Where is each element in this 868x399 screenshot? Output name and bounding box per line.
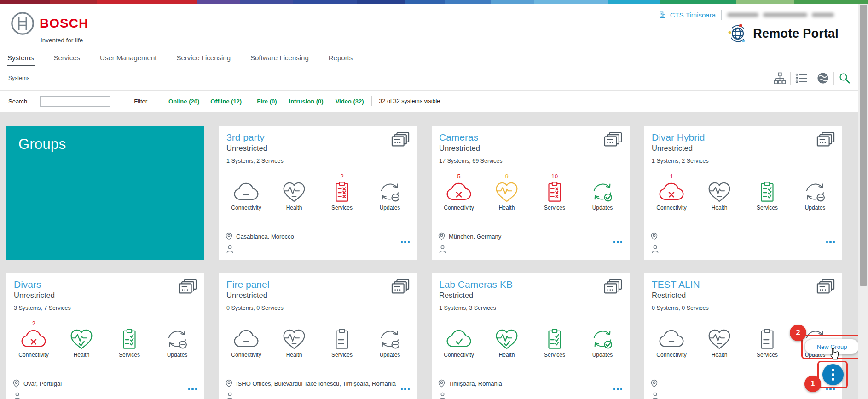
card-metrics-row: 1 Connectivity Health Services U [644,169,842,227]
group-counts: 3 Systems, 7 Services [14,305,198,311]
metric-label: Connectivity [228,352,264,358]
group-card[interactable]: Divars Unrestricted 3 Systems, 7 Service… [6,273,204,399]
metric-badge [749,173,785,180]
metric-connectivity: Connectivity [654,320,689,374]
metric-label: Health [489,205,525,211]
hierarchy-icon [774,72,786,85]
hierarchy-view-button[interactable] [769,72,790,85]
group-title-link[interactable]: Lab Cameras KB [439,279,623,290]
filter-fire[interactable]: Fire (0) [257,98,277,105]
location-pin-icon [226,232,232,240]
group-title-link[interactable]: Fire panel [226,279,411,290]
breadcrumb: Systems [8,75,29,81]
filter-separator [371,96,372,106]
more-options-button[interactable] [826,241,835,243]
more-options-button[interactable] [401,388,410,390]
metric-services: Services [324,320,360,374]
more-options-button[interactable] [613,241,623,243]
annotation-step-1-badge: 1 [804,376,821,392]
remote-portal-globe-icon [727,23,748,44]
card-metrics-row: 2 Connectivity Health Services U [6,316,204,374]
metric-updates: Updates [797,173,833,227]
metric-badge [489,320,525,327]
group-title-link[interactable]: 3rd party [226,132,411,143]
list-view-button[interactable] [791,73,812,84]
more-options-button[interactable] [188,388,197,390]
fab-more-actions-button[interactable] [822,364,844,385]
tab-service-licensing[interactable]: Service Licensing [176,50,231,66]
metric-label: Updates [584,205,620,211]
group-title-link[interactable]: Divar Hybrid [652,132,836,143]
group-counts: 17 Systems, 69 Services [439,158,623,164]
group-card[interactable]: 3rd party Unrestricted 1 Systems, 2 Serv… [219,126,417,260]
metric-label: Updates [159,352,195,358]
tab-systems[interactable]: Systems [7,50,34,66]
metric-services: 2 Services [324,173,360,227]
group-location: Timișoara, Romania [449,380,502,387]
search-button[interactable] [834,72,855,84]
card-footer: München, Germany [432,227,630,260]
group-counts: 0 Systems, 0 Services [652,305,836,311]
group-card[interactable]: Cameras Unrestricted 17 Systems, 69 Serv… [432,126,630,260]
metric-label: Health [276,352,312,358]
scrollbar-track[interactable] [858,4,868,399]
group-access-level: Unrestricted [226,144,411,153]
metric-label: Services [111,352,147,358]
tab-software-licensing[interactable]: Software Licensing [250,50,309,66]
scrollbar-thumb[interactable] [860,5,867,286]
filter-video[interactable]: Video (32) [336,98,364,105]
group-counts: 0 Systems, 0 Services [226,305,411,311]
metric-label: Updates [797,205,833,211]
systems-content: Groups 3rd party Unrestricted 1 Systems,… [0,112,868,399]
metric-services: Services [111,320,147,374]
metric-health: 9 Health [489,173,525,227]
metric-services: Services [749,320,785,374]
metric-connectivity: Connectivity [228,173,264,227]
metric-health: Health [64,320,99,374]
list-view-icon [795,73,808,84]
more-options-button[interactable] [401,241,410,243]
location-pin-icon [438,232,445,240]
bosch-logo: BOSCH Invented for life [10,11,88,44]
tab-services[interactable]: Services [54,50,81,66]
metric-label: Services [537,352,573,358]
metric-connectivity: 5 Connectivity [441,173,477,227]
cards-grid: Groups 3rd party Unrestricted 1 Systems,… [6,126,868,399]
group-stack-icon [816,131,836,149]
group-card[interactable]: Fire panel Unrestricted 0 Systems, 0 Ser… [219,273,417,399]
search-input[interactable] [40,96,110,107]
metric-label: Health [489,352,525,358]
location-pin-icon [651,232,658,240]
metric-connectivity: 2 Connectivity [16,320,52,374]
metric-label: Services [749,352,785,358]
metric-badge [584,173,620,180]
card-header: Divar Hybrid Unrestricted 1 Systems, 2 S… [644,126,842,169]
metric-badge [797,173,833,180]
group-card[interactable]: Lab Cameras KB Restricted 1 Systems, 3 S… [432,273,630,399]
group-access-level: Unrestricted [14,291,198,300]
group-stack-icon [603,279,623,296]
filter-offline[interactable]: Offline (12) [210,98,242,105]
account-name-link[interactable]: CTS Timisoara [670,11,716,19]
group-title-link[interactable]: TEST ALIN [652,279,836,290]
group-title-link[interactable]: Cameras [439,132,623,143]
groups-header-tile: Groups [6,126,204,260]
metric-label: Updates [584,352,620,358]
metric-updates: Updates [159,320,195,374]
metric-badge: 2 [324,173,360,180]
more-options-button[interactable] [613,388,623,390]
map-view-button[interactable] [812,72,833,84]
group-card[interactable]: Divar Hybrid Unrestricted 1 Systems, 2 S… [644,126,842,260]
group-stack-icon [816,279,836,296]
filter-online[interactable]: Online (20) [168,98,199,105]
metric-label: Connectivity [654,205,689,211]
metric-updates: Updates [584,320,620,374]
tab-user-management[interactable]: User Management [100,50,156,66]
metric-badge [537,320,573,327]
group-title-link[interactable]: Divars [14,279,198,290]
filter-intrusion[interactable]: Intrusion (0) [289,98,324,105]
card-footer: ISHO Offices, Bulevardul Take Ionescu, T… [219,374,417,399]
tab-reports[interactable]: Reports [329,50,353,66]
card-footer: Ovar, Portugal [6,374,204,399]
location-pin-icon [226,379,232,388]
